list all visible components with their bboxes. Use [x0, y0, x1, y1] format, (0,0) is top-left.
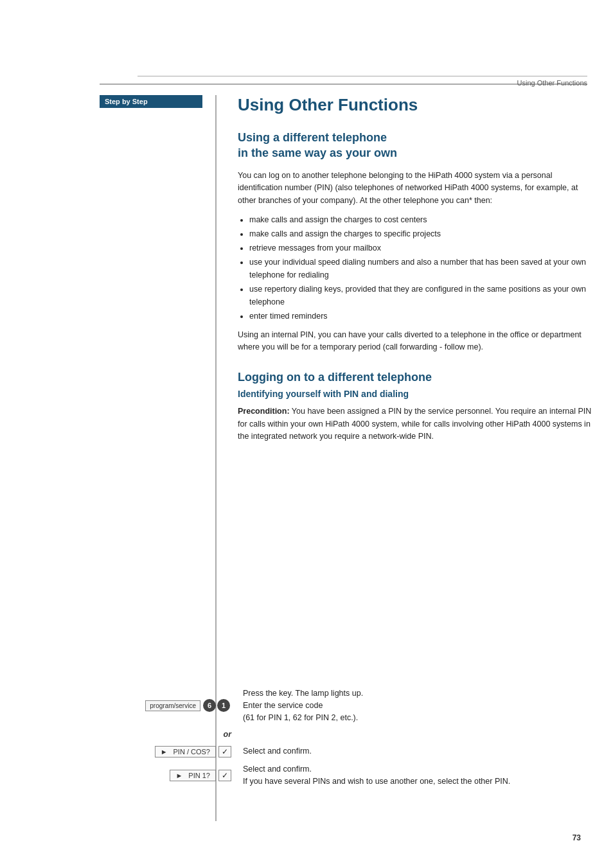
step-by-step-label: Step by Step — [100, 95, 202, 108]
or-label: or — [100, 730, 238, 739]
menu-row-pin-1: ► PIN 1? ✓ Select and confirm. If you ha… — [100, 763, 588, 788]
step-left-key: program/service 6 1 — [100, 699, 238, 712]
section1-heading: Using a different telephone in the same … — [238, 130, 594, 161]
step-program-service: program/service 6 1 Press the key. The l… — [100, 687, 588, 723]
pin-1-label: PIN 1? — [188, 772, 210, 779]
subsection-heading: Identifying yourself with PIN and dialin… — [238, 389, 594, 399]
program-service-key[interactable]: program/service — [145, 700, 200, 711]
bullet-2: make calls and assign the charges to spe… — [249, 227, 594, 240]
checkmark-pin-1[interactable]: ✓ — [218, 770, 231, 781]
bullet-4: use your individual speed dialing number… — [249, 256, 594, 281]
steps-area: program/service 6 1 Press the key. The l… — [100, 687, 588, 793]
bullet-3: retrieve messages from your mailbox — [249, 242, 594, 254]
pin-1-menu-item[interactable]: ► PIN 1? — [170, 770, 216, 781]
step-right-press: Press the key. The lamp lights up. Enter… — [238, 687, 588, 723]
section1-intro: You can log on to another telephone belo… — [238, 170, 594, 207]
section2-heading: Logging on to a different telephone — [238, 370, 594, 385]
bullet-5: use repertory dialing keys, provided tha… — [249, 283, 594, 308]
circle-6: 6 — [203, 699, 216, 712]
main-content: Using Other Functions Using a different … — [238, 95, 594, 452]
main-title: Using Other Functions — [238, 95, 594, 115]
bullet-6: enter timed reminders — [249, 310, 594, 323]
menu-row-pin-cos: ► PIN / COS? ✓ Select and confirm. — [100, 745, 588, 757]
menu-left-pin-1: ► PIN 1? ✓ — [100, 770, 238, 781]
checkmark-pin-cos[interactable]: ✓ — [218, 746, 231, 757]
page-header: Using Other Functions — [138, 76, 587, 87]
menu-right-pin-1: Select and confirm. If you have several … — [238, 763, 588, 788]
menu-left-pin-cos: ► PIN / COS? ✓ — [100, 746, 238, 757]
or-row: or — [100, 730, 588, 739]
arrow-icon: ► — [161, 748, 168, 756]
section1-bullets: make calls and assign the charges to cos… — [249, 213, 594, 323]
precondition-text: Precondition: You have been assigned a P… — [238, 405, 594, 443]
header-title: Using Other Functions — [517, 79, 587, 87]
pin-cos-menu-item[interactable]: ► PIN / COS? — [155, 746, 216, 757]
menu-right-pin-cos: Select and confirm. — [238, 745, 588, 757]
circle-1: 1 — [217, 699, 230, 712]
page-number: 73 — [573, 833, 581, 842]
followme-text: Using an internal PIN, you can have your… — [238, 329, 594, 354]
pin-cos-label: PIN / COS? — [173, 748, 210, 756]
bullet-1: make calls and assign the charges to cos… — [249, 213, 594, 226]
arrow-icon-2: ► — [175, 772, 182, 779]
